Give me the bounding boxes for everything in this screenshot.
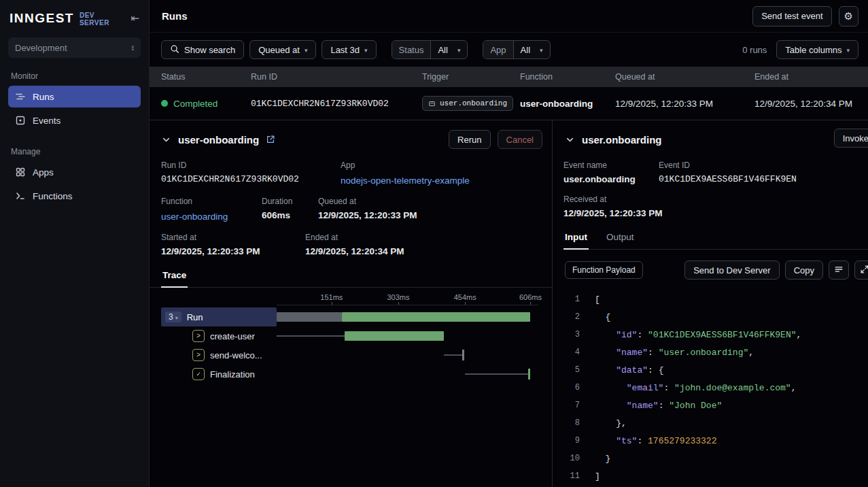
trace-row[interactable]: >create-user	[161, 326, 538, 346]
line-number: 11	[563, 471, 580, 481]
rerun-button[interactable]: Rerun	[449, 130, 490, 149]
duration-label: Duration	[262, 197, 318, 206]
external-link-icon[interactable]	[266, 135, 275, 144]
search-icon	[170, 44, 179, 56]
tab-input[interactable]: Input	[563, 229, 589, 250]
expand-icon	[860, 265, 868, 276]
table-columns-dropdown[interactable]: Table columns ▾	[776, 40, 858, 59]
sidebar-item-apps[interactable]: Apps	[8, 161, 141, 183]
event-panel-tabs: Input Output	[563, 229, 868, 250]
table-columns-label: Table columns	[785, 45, 841, 55]
trace-row[interactable]: 3▾Run	[161, 307, 538, 326]
invoke-button[interactable]: Invoke	[834, 129, 868, 148]
status-filter[interactable]: Status All▾	[392, 40, 468, 59]
line-number: 10	[563, 454, 580, 463]
queued-at-label: Queued at	[318, 197, 417, 206]
events-icon	[15, 115, 26, 126]
queued-at-dropdown[interactable]: Queued at ▾	[249, 40, 316, 59]
send-to-dev-server-button[interactable]: Send to Dev Server	[684, 261, 779, 280]
environment-select[interactable]: Development ▴▾	[8, 37, 141, 58]
tab-trace[interactable]: Trace	[161, 267, 188, 288]
check-icon: ✓	[192, 368, 205, 380]
table-header-row: Status Run ID Trigger Function Queued at…	[150, 67, 868, 87]
code-block[interactable]: 1[2 {3 "id": "01KC1DEX9AESS6BF1V46FFK9EN…	[563, 290, 868, 485]
started-at-value: 12/9/2025, 12:20:33 PM	[161, 246, 305, 256]
runs-icon	[15, 91, 26, 102]
event-icon	[428, 100, 436, 107]
collapse-sidebar-icon[interactable]: ⇤	[131, 12, 139, 24]
trace-track	[277, 307, 538, 326]
function-link[interactable]: user-onboarding	[161, 212, 228, 222]
app-link[interactable]: nodejs-open-telemetry-example	[341, 175, 470, 186]
code-line: 9 "ts": 1765279233322	[563, 432, 868, 450]
code-line: 3 "id": "01KC1DEX9AESS6BF1V46FFK9EN",	[563, 326, 868, 343]
line-number: 6	[563, 383, 580, 392]
chevron-updown-icon: ▴▾	[131, 44, 134, 51]
code-line: 11]	[563, 467, 868, 485]
trace-bar	[342, 312, 530, 322]
send-test-event-button[interactable]: Send test event	[752, 6, 831, 27]
sidebar-item-events[interactable]: Events	[8, 110, 141, 131]
line-number: 4	[563, 348, 580, 357]
topbar: Runs Send test event ⚙	[150, 0, 868, 33]
status-filter-value: All	[438, 45, 447, 55]
cancel-button[interactable]: Cancel	[498, 130, 542, 149]
code-toolbar: Function Payload Send to Dev Server Copy	[563, 261, 868, 280]
axis-tick-label: 151ms	[320, 293, 343, 301]
trace-rows: 3▾Run>create-user>send-welco...✓Finaliza…	[161, 307, 538, 384]
function-cell: user-onboarding	[520, 99, 615, 109]
functions-icon	[15, 190, 26, 201]
app-filter[interactable]: App All▾	[483, 40, 550, 59]
code-line-content: "name": "user.onboarding",	[595, 348, 754, 358]
code-line-content: "name": "John Doe"	[595, 401, 722, 411]
sidebar-item-runs[interactable]: Runs	[8, 86, 141, 107]
collapse-run-panel-icon[interactable]	[161, 135, 171, 145]
trace-bar	[465, 373, 527, 375]
code-line-content: {	[595, 312, 610, 322]
trace-row[interactable]: >send-welco...	[161, 346, 538, 365]
run-id-cell: 01KC1DEXCHR2N617Z93RK0VD02	[251, 99, 422, 109]
code-line: 2 {	[563, 308, 868, 326]
status-badge: Completed	[173, 99, 218, 109]
trace-bar	[444, 354, 462, 356]
axis-tick-mark	[398, 302, 399, 305]
chevron-down-icon: ▾	[540, 47, 543, 54]
code-line-content: [	[595, 295, 600, 305]
gear-icon: ⚙	[844, 11, 853, 21]
sidebar-item-functions[interactable]: Functions	[8, 185, 141, 207]
ended-at-label: Ended at	[305, 233, 404, 242]
copy-button[interactable]: Copy	[785, 261, 823, 280]
table-row[interactable]: Completed 01KC1DEXCHR2N617Z93RK0VD02 use…	[150, 87, 868, 120]
tab-output[interactable]: Output	[605, 229, 636, 249]
code-line-content: "ts": 1765279233322	[595, 436, 716, 446]
axis-tick-label: 454ms	[454, 293, 476, 301]
axis-tick-label: 303ms	[387, 293, 410, 301]
time-range-dropdown[interactable]: Last 3d ▾	[322, 40, 376, 59]
axis-tick-mark	[465, 302, 466, 305]
function-payload-badge[interactable]: Function Payload	[565, 261, 643, 279]
run-id-label: Run ID	[161, 161, 341, 170]
wrap-lines-button[interactable]	[829, 261, 849, 280]
main-content: Runs Send test event ⚙ Show search Queue…	[150, 0, 868, 487]
span-count-toggle[interactable]: 3▾	[165, 312, 181, 322]
settings-button[interactable]: ⚙	[839, 6, 858, 27]
chevron-down-icon: ▾	[305, 47, 308, 54]
collapse-event-panel-icon[interactable]	[565, 135, 575, 145]
line-number: 1	[563, 295, 580, 304]
show-search-button[interactable]: Show search	[161, 40, 244, 59]
expand-button[interactable]	[854, 261, 868, 280]
chevron-down-icon: ▾	[457, 47, 461, 54]
inngest-logo: INNGEST	[10, 11, 74, 26]
received-at-label: Received at	[563, 195, 663, 204]
trigger-badge[interactable]: user.onboarding	[422, 96, 513, 111]
ended-at-cell: 12/9/2025, 12:20:34 PM	[754, 99, 868, 109]
code-line: 5 "data": {	[563, 361, 868, 379]
received-at-value: 12/9/2025, 12:20:33 PM	[563, 208, 663, 218]
sidebar-section-manage: Manage	[11, 147, 138, 156]
trace-track	[277, 365, 538, 384]
chevron-down-icon: ▾	[846, 47, 850, 54]
trace-row[interactable]: ✓Finalization	[161, 365, 538, 384]
trace-row-name: >send-welco...	[161, 346, 277, 365]
event-name-label: Event name	[563, 161, 659, 170]
time-range-label: Last 3d	[330, 45, 360, 55]
